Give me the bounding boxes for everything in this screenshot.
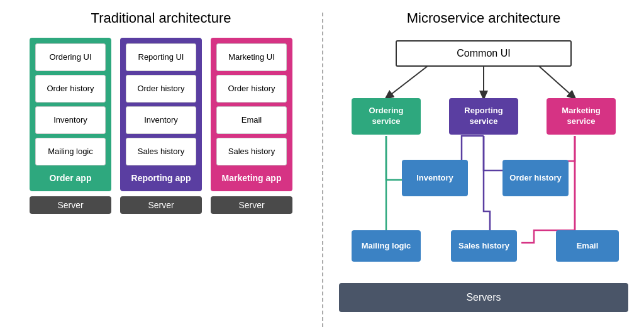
left-apps-row: Ordering UI Order history Inventory Mail… (30, 38, 292, 214)
email-box: Email (556, 230, 619, 262)
ordering-service-box: Ordering service (352, 98, 421, 135)
marketing-server-label: Server (211, 196, 292, 214)
order-history-box: Order history (502, 160, 569, 196)
mailing-logic-box: Mailing logic (352, 230, 421, 262)
traditional-architecture-panel: Traditional architecture Ordering UI Ord… (0, 0, 322, 329)
marketing-app-module-1: Order history (216, 75, 287, 103)
svg-line-2 (534, 62, 575, 98)
reporting-app-outer: Reporting UI Order history Inventory Sal… (120, 38, 202, 191)
connector-lines (339, 35, 628, 312)
microservice-architecture-panel: Microservice architecture (323, 0, 644, 329)
microservice-diagram: Common UI Ordering service Reporting ser… (339, 35, 628, 312)
marketing-app-module-0: Marketing UI (216, 43, 287, 71)
servers-bar: Servers (339, 283, 628, 312)
order-app-module-2: Inventory (35, 106, 106, 134)
marketing-service-box: Marketing service (547, 98, 616, 135)
order-app-module-0: Ordering UI (35, 43, 106, 71)
marketing-app-outer: Marketing UI Order history Email Sales h… (211, 38, 292, 191)
reporting-service-box: Reporting service (449, 98, 518, 135)
order-app-card: Ordering UI Order history Inventory Mail… (30, 38, 111, 214)
order-app-outer: Ordering UI Order history Inventory Mail… (30, 38, 111, 191)
common-ui-box: Common UI (396, 40, 572, 67)
microservice-title: Microservice architecture (407, 10, 561, 26)
marketing-app-card: Marketing UI Order history Email Sales h… (211, 38, 292, 214)
marketing-app-label: Marketing app (216, 169, 287, 186)
order-server-label: Server (30, 196, 111, 214)
reporting-app-label: Reporting app (126, 169, 196, 186)
inventory-box: Inventory (402, 160, 468, 196)
reporting-app-card: Reporting UI Order history Inventory Sal… (120, 38, 202, 214)
svg-line-0 (386, 62, 433, 98)
order-app-label: Order app (35, 169, 106, 186)
reporting-app-module-1: Order history (126, 75, 196, 103)
order-app-module-3: Mailing logic (35, 138, 106, 165)
sales-history-box: Sales history (451, 230, 517, 262)
reporting-app-module-3: Sales history (126, 138, 196, 165)
reporting-app-module-2: Inventory (126, 106, 196, 134)
main-container: Traditional architecture Ordering UI Ord… (0, 0, 644, 329)
traditional-title: Traditional architecture (91, 10, 231, 26)
order-app-module-1: Order history (35, 75, 106, 103)
reporting-server-label: Server (120, 196, 202, 214)
reporting-app-module-0: Reporting UI (126, 43, 196, 71)
marketing-app-module-3: Sales history (216, 138, 287, 165)
marketing-app-module-2: Email (216, 106, 287, 134)
